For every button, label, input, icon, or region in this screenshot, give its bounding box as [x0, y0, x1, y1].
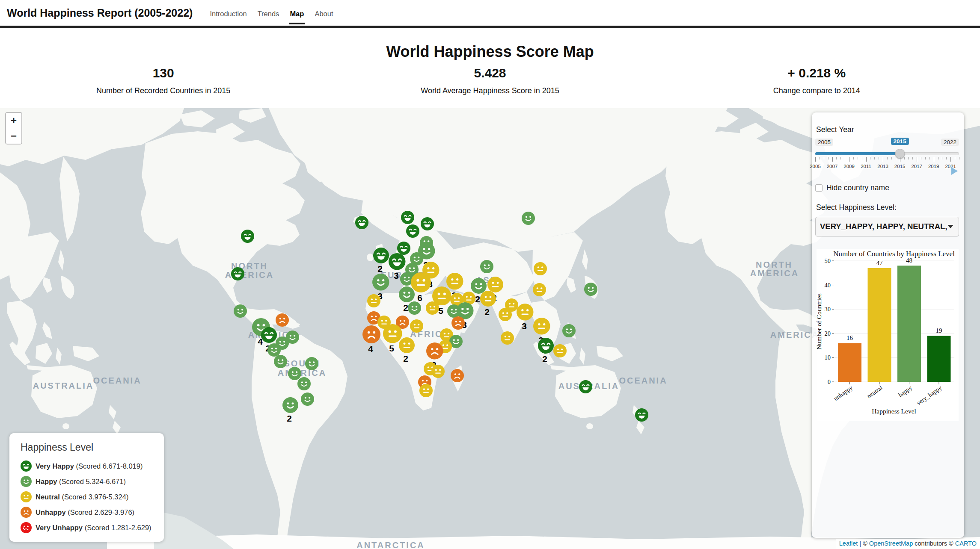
play-animation-button[interactable] — [951, 167, 958, 175]
map-marker-very_happy[interactable] — [397, 242, 410, 255]
map-marker-neutral[interactable] — [446, 273, 463, 290]
map-marker-neutral[interactable] — [501, 331, 514, 345]
map-marker-neutral[interactable] — [480, 291, 496, 307]
slider-tick — [917, 157, 917, 162]
stat-value: 130 — [0, 66, 327, 80]
chevron-down-icon — [947, 225, 953, 228]
map-marker-neutral[interactable] — [431, 365, 445, 378]
map-marker-very_happy[interactable] — [579, 380, 592, 393]
hide-country-checkbox[interactable] — [815, 184, 823, 192]
legend-title: Happiness Level — [21, 442, 93, 453]
map-marker-happy[interactable] — [234, 304, 247, 318]
stat-value: 5.428 — [327, 66, 653, 80]
svg-text:20: 20 — [825, 330, 831, 337]
map-marker-neutral[interactable] — [533, 318, 550, 335]
map-marker-unhappy[interactable] — [451, 369, 464, 382]
legend-item-unhappy: Unhappy (Scored 2.629-3.976) — [21, 507, 134, 518]
map-marker-happy[interactable] — [562, 324, 576, 337]
svg-text:30: 30 — [825, 306, 831, 313]
slider-min-label: 2005 — [815, 139, 833, 146]
hide-country-row: Hide country name — [815, 183, 889, 192]
slider-tick — [921, 157, 921, 159]
map-marker-very_happy[interactable] — [406, 224, 419, 238]
attribution-link-leaflet[interactable]: Leaflet — [839, 540, 858, 547]
slider-tick — [950, 157, 951, 162]
slider-tick — [862, 157, 862, 159]
slider-tick-label: 2011 — [861, 164, 871, 169]
map-marker-happy[interactable] — [522, 212, 535, 225]
svg-text:Number of Countries by Happine: Number of Countries by Happiness Level — [833, 250, 955, 258]
map-marker-very_happy[interactable] — [261, 327, 277, 343]
map-marker-very_happy[interactable] — [401, 211, 414, 224]
tab-introduction[interactable]: Introduction — [209, 2, 247, 24]
map-marker-neutral[interactable] — [419, 384, 433, 397]
map-marker-very_happy[interactable] — [538, 338, 554, 354]
slider-tick — [820, 157, 820, 159]
region-label-australia: AUSTRALIA — [33, 381, 94, 391]
legend-item-happy: Happy (Scored 5.324-6.671) — [21, 476, 126, 487]
map-marker-neutral[interactable] — [367, 294, 380, 307]
slider-tick — [870, 157, 870, 159]
slider-tick-label: 2019 — [928, 164, 939, 169]
map-marker-neutral[interactable] — [499, 308, 512, 321]
map-marker-very_happy[interactable] — [421, 217, 434, 230]
region-label-america: AMERICA — [750, 269, 799, 278]
map-marker-neutral[interactable] — [410, 319, 423, 333]
map-marker-very_happy[interactable] — [635, 408, 648, 422]
map-marker-unhappy[interactable] — [451, 316, 465, 330]
map-marker-unhappy[interactable] — [362, 325, 380, 343]
map-marker-very_happy[interactable] — [389, 253, 406, 270]
slider-tick — [934, 157, 934, 162]
map-marker-happy[interactable] — [584, 283, 597, 296]
happy-face-icon — [21, 476, 32, 487]
zoom-out-button[interactable]: − — [6, 128, 21, 144]
svg-text:Happiness Level: Happiness Level — [872, 407, 916, 415]
map-marker-neutral[interactable] — [553, 344, 567, 357]
slider-track[interactable] — [815, 152, 959, 155]
map-marker-happy[interactable] — [305, 357, 318, 370]
slider-tick — [832, 157, 833, 162]
map-marker-happy[interactable] — [372, 274, 389, 291]
unhappy-face-icon — [21, 507, 32, 518]
map-marker-neutral[interactable] — [533, 283, 546, 296]
map-marker-unhappy[interactable] — [276, 313, 289, 327]
slider-tick — [896, 157, 896, 159]
tab-about[interactable]: About — [314, 2, 334, 24]
map-marker-very_happy[interactable] — [373, 248, 389, 263]
map-marker-very_happy[interactable] — [231, 267, 244, 280]
map-marker-neutral[interactable] — [517, 304, 534, 321]
tab-map[interactable]: Map — [289, 2, 305, 24]
hide-country-label: Hide country name — [826, 183, 889, 192]
map-marker-happy[interactable] — [399, 286, 415, 302]
app-title: World Happiness Report (2005-2022) — [7, 7, 193, 19]
slider-tick — [925, 157, 926, 159]
slider-tick — [942, 157, 942, 159]
map-marker-neutral[interactable] — [487, 277, 503, 292]
map-marker-very_happy[interactable] — [355, 216, 368, 229]
map-marker-happy[interactable] — [480, 260, 493, 273]
cluster-count: 2 — [280, 413, 299, 424]
map-marker-happy[interactable] — [297, 377, 311, 390]
year-slider[interactable]: 2005 2015 2022 2005200720092011201320152… — [815, 136, 959, 179]
map-marker-happy[interactable] — [301, 393, 314, 406]
world-map[interactable]: NORTHAMERICAEUROPEASIAAMERICAAFRICASOUTH… — [0, 108, 980, 549]
tab-trends[interactable]: Trends — [257, 2, 280, 24]
map-marker-very_happy[interactable] — [241, 230, 254, 243]
very-unhappy-face-icon — [21, 522, 32, 533]
slider-max-label: 2022 — [941, 139, 959, 146]
attribution-link-openstreetmap[interactable]: OpenStreetMap — [869, 540, 913, 547]
svg-text:47: 47 — [876, 260, 883, 266]
map-marker-unhappy[interactable] — [426, 342, 443, 360]
map-marker-happy[interactable] — [408, 301, 421, 315]
slider-tick — [955, 157, 955, 159]
svg-text:0: 0 — [828, 378, 831, 385]
slider-track-fill — [815, 152, 900, 155]
zoom-in-button[interactable]: + — [6, 113, 21, 128]
svg-text:40: 40 — [825, 282, 831, 289]
map-marker-neutral[interactable] — [534, 262, 547, 275]
map-marker-happy[interactable] — [282, 397, 298, 413]
attribution-link-carto[interactable]: CARTO — [955, 540, 977, 547]
map-marker-neutral[interactable] — [399, 337, 415, 353]
map-marker-happy[interactable] — [274, 355, 287, 368]
happiness-level-dropdown[interactable]: VERY_HAPPY, HAPPY, NEUTRAL, UN — [815, 217, 959, 236]
